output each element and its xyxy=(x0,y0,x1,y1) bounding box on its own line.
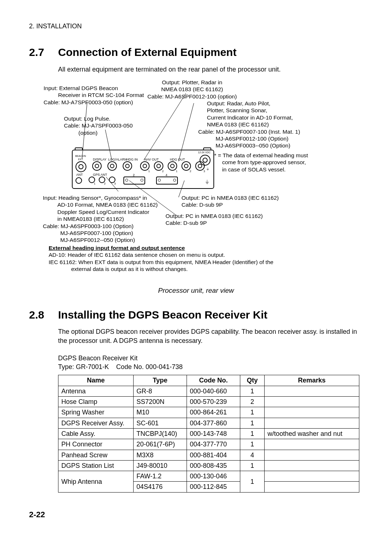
text: IEC 61162: When EXT data is output from … xyxy=(49,259,273,266)
cell-code: 000-881-404 xyxy=(187,450,240,460)
cell-name: Antenna xyxy=(58,386,134,396)
cell-code: 000-112-845 xyxy=(187,482,240,492)
text: Cable: D-sub 9P xyxy=(166,219,263,226)
port-logalarm xyxy=(107,161,117,171)
chapter-header: 2. INSTALLATION xyxy=(29,22,363,31)
port-hdgout-2: 2 xyxy=(181,161,191,171)
text: MJ-A6SPF0003--050 (Option) xyxy=(216,142,300,149)
cell-qty: 1 xyxy=(240,407,265,418)
cell-name: Whip Antenna xyxy=(58,471,134,493)
cell-qty: 1 xyxy=(240,418,265,428)
text: Cable: MJ-A7SPF0003-050 xyxy=(64,122,133,129)
cell-remarks xyxy=(265,482,359,492)
table-header-row: Name Type Code No. Qty Remarks xyxy=(58,375,359,386)
text: Output: PC in NMEA 0183 (IEC 61162) xyxy=(166,212,263,219)
text: Output: PC in NMEA 0183 (IEC 61162) xyxy=(181,194,279,201)
port-power xyxy=(200,155,211,166)
port-display xyxy=(92,161,102,171)
port-navout-2: 2 xyxy=(154,161,163,171)
section-2-7-heading: 2.7Connection of External Equipment xyxy=(29,45,363,60)
text: Output: Radar, Auto Pilot, xyxy=(207,100,300,107)
port-gps-2: 2 xyxy=(99,177,105,183)
cell-qty: 1 xyxy=(240,471,265,493)
port-gps-3: 3 xyxy=(109,177,115,183)
cell-type: GR-8 xyxy=(134,386,187,396)
text: MJ-A6SPF0012--050 (Option) xyxy=(60,236,158,243)
text: Plotter, Scanning Sonar, xyxy=(207,107,300,114)
callout-pc-out-2: Output: PC in NMEA 0183 (IEC 61162) Cabl… xyxy=(166,212,263,227)
port-hdgout-1: 1 xyxy=(168,161,177,171)
page-footer: 2-22 xyxy=(29,509,363,520)
cell-qty: 1 xyxy=(240,428,265,439)
cell-type: SS7200N xyxy=(134,397,187,407)
text: NMEA 0183 (IEC 61162) xyxy=(207,121,300,128)
cell-qty: 1 xyxy=(240,439,265,450)
cell-type: FAW-1.2 xyxy=(134,471,187,482)
kit-info: DGPS Beacon Receiver Kit Type: GR-7001-K… xyxy=(58,354,363,372)
port-beacon-ext xyxy=(75,161,86,172)
text: Cable: MJ-A7SPF0003-050 (option) xyxy=(44,99,144,106)
cell-name: DGPS Receiver Assy. xyxy=(58,418,134,428)
text: Output: Plotter, Radar in xyxy=(147,79,237,86)
table-row: PH Connector20-061(7-6P)004-377-7701 xyxy=(58,439,359,450)
section-2-8-heading: 2.8Installing the DGPS Beacon Receiver K… xyxy=(29,308,363,323)
text: external data is output as it is without… xyxy=(71,266,273,272)
th-name: Name xyxy=(58,375,134,386)
text: Doppler Speed Log/Current Indicator xyxy=(57,208,158,215)
cell-qty: 1 xyxy=(240,386,265,396)
section-title: Connection of External Equipment xyxy=(58,46,237,58)
port-hdgin xyxy=(123,161,132,171)
th-remarks: Remarks xyxy=(265,375,359,386)
text: in NMEA0183 (IEC 61162) xyxy=(57,215,158,222)
cell-name: PH Connector xyxy=(58,439,134,450)
cell-remarks xyxy=(265,407,359,418)
cell-code: 000-143-748 xyxy=(187,428,240,439)
lbl-ant: ANT xyxy=(76,173,83,177)
ground-icon: ⏚ xyxy=(205,178,209,185)
callout-star-note: * = The data of external heading must co… xyxy=(214,152,308,173)
table-row: DGPS Station ListJ49-80010000-808-4351 xyxy=(58,460,359,471)
cell-code: 000-130-046 xyxy=(187,471,240,482)
cell-remarks xyxy=(265,450,359,460)
text: Receiver in RTCM SC-104 Format xyxy=(58,92,144,98)
text: (option) xyxy=(78,129,133,136)
table-row: AntennaGR-8000-040-6601 xyxy=(58,386,359,396)
parts-table: Name Type Code No. Qty Remarks AntennaGR… xyxy=(58,375,359,492)
cell-qty: 4 xyxy=(240,450,265,460)
text: * = The data of external heading must xyxy=(214,152,308,159)
cell-remarks xyxy=(265,460,359,471)
callout-heading-input: Input: Heading Sensor*, Gyrocompass* in … xyxy=(43,194,158,244)
text: Cable: MJ-A6SPF0012-100 (option) xyxy=(147,93,237,100)
th-qty: Qty xyxy=(240,375,265,386)
text: Cable: MJ-A6SPF0007-100 (Inst. Mat. 1) xyxy=(198,128,300,135)
text: Cable: D-sub 9P xyxy=(181,201,279,208)
callout-plotter-output: Output: Plotter, Radar in NMEA 0183 (IEC… xyxy=(147,79,237,100)
text: External heading input format and output… xyxy=(49,244,273,251)
diagram-caption: Processor unit, rear view xyxy=(29,286,363,295)
cell-type: M10 xyxy=(134,407,187,418)
cell-remarks xyxy=(265,439,359,450)
table-row: Spring WasherM10000-864-2611 xyxy=(58,407,359,418)
section-2-8-intro: The optional DGPS beacon receiver provid… xyxy=(58,327,363,345)
cell-remarks xyxy=(265,386,359,396)
port-gps-1: 1 xyxy=(89,177,95,183)
cell-name: Cable Assy. xyxy=(58,428,134,439)
text: Output: Log Pulse. xyxy=(64,115,133,122)
table-row: Hose ClampSS7200N000-570-2392 xyxy=(58,397,359,407)
text: Input: Heading Sensor*, Gyrocompass* in xyxy=(43,194,158,201)
text: NMEA 0183 (IEC 61162) xyxy=(147,86,237,93)
lbl-vdc: 12-24 VDC xyxy=(198,151,211,154)
cell-remarks xyxy=(265,418,359,428)
callout-beacon-input: Input: External DGPS Beacon Receiver in … xyxy=(44,85,144,106)
section-number: 2.7 xyxy=(29,45,58,60)
cell-type: 20-061(7-6P) xyxy=(134,439,187,450)
callout-log-pulse: Output: Log Pulse. Cable: MJ-A7SPF0003-0… xyxy=(64,115,133,136)
cell-qty: 1 xyxy=(240,460,265,471)
cell-code: 004-377-770 xyxy=(187,439,240,450)
table-row: DGPS Receiver Assy.SC-601004-377-8601 xyxy=(58,418,359,428)
cell-type: TNCBPJ(140) xyxy=(134,428,187,439)
table-row: Whip AntennaFAW-1.2000-130-0461 xyxy=(58,471,359,482)
kit-type-code: Type: GR-7001-K Code No. 000-041-738 xyxy=(58,362,363,371)
cell-code: 004-377-860 xyxy=(187,418,240,428)
cell-qty: 2 xyxy=(240,397,265,407)
